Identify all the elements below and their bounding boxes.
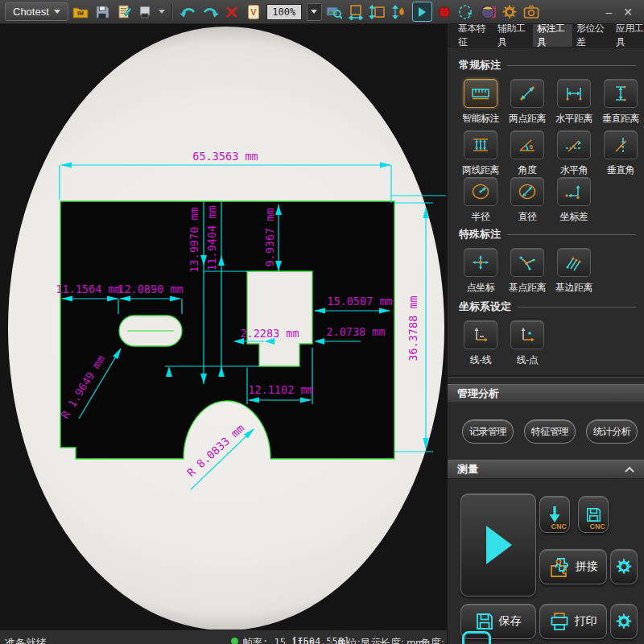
tool-horizontal-angle[interactable] [557, 130, 591, 159]
sphere-icon[interactable] [479, 2, 497, 21]
main-toolbar: Chotest IM [0, 0, 644, 24]
puzzle-icon [549, 556, 570, 577]
tool-line-line[interactable] [464, 320, 497, 349]
section-measure[interactable]: 测量 [448, 460, 644, 479]
angle-icon: θ [516, 136, 539, 154]
tool-point-coordinate[interactable] [464, 248, 497, 277]
minimize-button[interactable]: – [605, 6, 612, 19]
section-management-analysis[interactable]: 管理分析 [448, 384, 644, 403]
dim-part-height: 36.3788 mm [407, 295, 419, 361]
tab-basic-features[interactable]: 基本特征 [454, 24, 493, 47]
dim-step-gap-left: 2.2283 mm [240, 327, 299, 340]
delete-icon[interactable] [223, 2, 242, 21]
camera-icon[interactable] [522, 2, 541, 21]
tool-two-line-distance[interactable] [464, 130, 497, 159]
tab-annotation-tools[interactable]: 标注工具 [533, 24, 572, 47]
section-coordinate-system: 坐标系设定 [459, 299, 636, 314]
print-button[interactable]: 打印 [539, 604, 607, 639]
collapse-chevron-icon[interactable] [624, 466, 635, 473]
tool-diameter[interactable] [510, 177, 544, 206]
status-ready: 准备就绪 [5, 636, 47, 644]
tool-row-4: 点坐标 基点距离 [457, 248, 644, 295]
cnc-down-arrow-icon [548, 506, 561, 523]
menu-caret-icon [54, 10, 60, 14]
tool-row-5: 线-线 线-点 [457, 320, 644, 367]
image-zoom-icon[interactable] [325, 2, 344, 21]
tool-base-edge-distance[interactable] [557, 248, 591, 277]
status-angle-unit: 角度: ° [420, 636, 447, 644]
cnc-label: CNC [551, 522, 568, 530]
feature-management-button[interactable]: 特征管理 [524, 419, 576, 444]
cnc-import-button[interactable]: CNC [539, 496, 570, 533]
tool-row-1: 智能标注 两点距离 水平距离 [457, 79, 644, 126]
live-video-icon[interactable] [412, 2, 432, 22]
gear-icon [615, 613, 633, 630]
save-icon[interactable] [93, 2, 112, 21]
tool-row-3: 半径 直径 坐标差 [457, 177, 644, 224]
tool-horizontal-distance[interactable] [557, 79, 591, 108]
dim-top-width: 65.3563 mm [192, 150, 258, 163]
tab-geometric-tolerance[interactable]: 形位公差 [572, 24, 612, 47]
record-icon[interactable] [436, 2, 454, 21]
v-marker-icon[interactable]: V [245, 2, 263, 21]
line-point-icon [516, 326, 539, 344]
tool-smart-annotation[interactable] [464, 79, 497, 108]
window-controls: – ✕ [605, 6, 639, 19]
print-dropdown-caret-icon[interactable] [159, 10, 165, 14]
tab-application-tools[interactable]: 应用工具 [612, 24, 644, 47]
tab-auxiliary-tools[interactable]: 辅助工具 [493, 24, 533, 47]
dim-slot-width: 12.0890 mm [118, 283, 183, 295]
settings-gear-icon[interactable] [501, 2, 519, 21]
tool-base-point-distance[interactable] [510, 248, 544, 277]
print-settings-button[interactable] [610, 604, 638, 639]
report-edit-icon[interactable] [115, 2, 134, 21]
panel-tabs: 基本特征 辅助工具 标注工具 形位公差 应用工具 [448, 24, 644, 47]
fit-height-icon[interactable] [369, 2, 387, 21]
gear-icon [615, 558, 633, 576]
right-panel: 基本特征 辅助工具 标注工具 形位公差 应用工具 常规标注 智能标注 [447, 24, 644, 644]
fit-width-icon[interactable] [347, 2, 365, 21]
stitch-button[interactable]: 拼接 [539, 549, 607, 584]
status-dot-icon [231, 638, 238, 644]
save-floppy-icon [476, 613, 493, 630]
section-regular-annotation: 常规标注 [459, 58, 636, 72]
print-export-icon[interactable] [137, 2, 155, 21]
undo-icon[interactable] [180, 2, 198, 21]
controller-icon[interactable] [462, 631, 491, 644]
panel-divider [448, 375, 644, 378]
zoom-caret-icon [311, 10, 317, 14]
status-bar: 准备就绪 帧率: 15.1fps [1504,550] 单位:显示 长度: mm… [0, 630, 447, 644]
cnc-save-button[interactable]: CNC [578, 496, 609, 533]
horizontal-distance-icon [563, 85, 585, 102]
cnc-label: CNC [590, 522, 606, 530]
tool-vertical-distance[interactable] [604, 79, 638, 108]
point-coordinate-icon [469, 254, 492, 271]
two-point-distance-icon [516, 85, 539, 102]
statistical-analysis-button[interactable]: 统计分析 [586, 419, 638, 444]
toolbar-separator [171, 4, 173, 20]
tool-radius[interactable] [464, 177, 497, 206]
tool-coordinate-difference[interactable] [557, 177, 591, 206]
vertical-angle-icon [609, 136, 632, 154]
tool-vertical-angle[interactable] [604, 130, 638, 159]
zoom-level-input[interactable]: 100% [266, 4, 302, 20]
close-button[interactable]: ✕ [623, 6, 633, 19]
tool-line-point[interactable] [510, 320, 544, 349]
redo-icon[interactable] [201, 2, 220, 21]
light-adjust-icon[interactable] [390, 2, 409, 21]
play-icon [481, 524, 515, 566]
run-measure-button[interactable] [460, 493, 536, 597]
dim-right-width: 15.0507 mm [327, 295, 392, 308]
v-badge-label: V [251, 7, 258, 17]
open-project-icon[interactable]: IM [72, 2, 90, 21]
zoom-dropdown-button[interactable] [307, 3, 322, 21]
tool-angle[interactable]: θ [510, 130, 544, 159]
lasso-select-icon[interactable] [457, 2, 476, 21]
record-management-button[interactable]: 记录管理 [462, 419, 514, 444]
dim-slot-offset: 11.1564 mm [56, 283, 121, 295]
measurement-canvas[interactable]: 65.3563 mm 11.1564 mm 12.0890 mm 13.9970… [0, 24, 447, 630]
folder-tag-label: IM [77, 10, 84, 16]
stitch-settings-button[interactable] [610, 549, 638, 584]
app-menu-button[interactable]: Chotest [5, 2, 68, 21]
tool-two-point-distance[interactable] [510, 79, 544, 108]
